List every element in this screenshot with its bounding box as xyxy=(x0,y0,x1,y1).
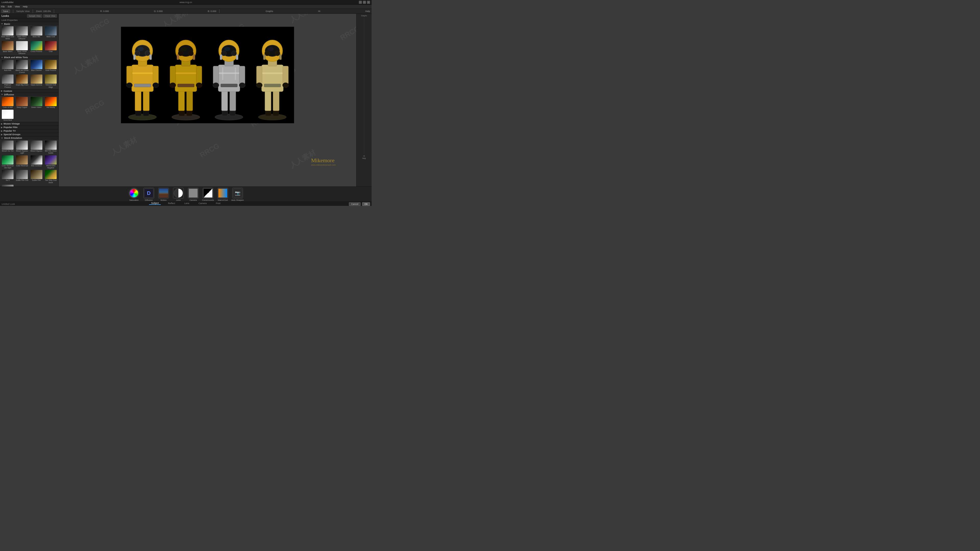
tab-lens[interactable]: Lens xyxy=(182,202,191,205)
category-popular-film[interactable]: ▶ Popular Film xyxy=(0,125,59,129)
tab-post[interactable]: Post xyxy=(214,202,223,205)
category-stock[interactable]: ▼ Stock Emulation xyxy=(0,136,59,140)
menu-help[interactable]: Help xyxy=(23,5,27,8)
list-item[interactable]: Color of Hell xyxy=(1,97,14,109)
thumb-label: Basic Black and White xyxy=(1,36,14,40)
list-item[interactable]: BW Film Stock Subtle xyxy=(44,140,58,155)
category-basic[interactable]: ▼ Basic xyxy=(0,22,59,25)
ok-button[interactable]: OK xyxy=(362,202,370,206)
list-item[interactable]: Sepia Gamma xyxy=(30,74,43,89)
motion-tool[interactable]: Motion xyxy=(157,188,170,201)
graphs-label[interactable]: Graphs xyxy=(266,10,273,13)
category-diffusion[interactable]: ▼ Diffusion xyxy=(0,93,59,96)
list-item[interactable]: Bleach Bypass xyxy=(30,140,43,155)
svg-rect-9 xyxy=(153,66,159,84)
list-item[interactable]: Snow Beat xyxy=(1,110,14,121)
menu-edit[interactable]: Edit xyxy=(8,5,12,8)
curve-tool[interactable]: Curve/Levels xyxy=(202,188,215,201)
list-item[interactable]: Color Reversal xyxy=(15,155,29,169)
sample-view-button[interactable]: Sample View xyxy=(27,14,42,17)
lens-tool[interactable]: Lens xyxy=(172,188,185,201)
thumb-bleach-light xyxy=(16,141,28,150)
menu-file[interactable]: File xyxy=(1,5,5,8)
list-item[interactable]: Bleach Bypass Light xyxy=(15,140,29,155)
curve-icon-wrap xyxy=(203,188,213,198)
saturation-tool[interactable]: Saturation xyxy=(127,188,140,201)
list-item[interactable]: Green Vision xyxy=(30,97,43,109)
tab-reflect[interactable]: Reflect xyxy=(166,202,177,205)
list-item[interactable]: Hot Modify xyxy=(44,97,58,109)
tab-camera[interactable]: Camera xyxy=(197,202,209,205)
maximize-button[interactable]: □ xyxy=(363,1,366,4)
warm-cool-tool[interactable]: Warm/Cool xyxy=(216,188,229,201)
cancel-button[interactable]: Cancel xyxy=(349,202,361,206)
svg-point-10 xyxy=(126,83,132,88)
category-popular-tv[interactable]: ▶ Popular TV xyxy=(0,129,59,133)
category-special[interactable]: ▶ Special Groups xyxy=(0,133,59,136)
list-item[interactable]: Gold Process xyxy=(44,60,58,74)
character-figure-2 xyxy=(166,29,206,121)
list-item[interactable]: Two Strip Cool Stock xyxy=(44,170,58,184)
warm-cool-icon-wrap xyxy=(218,188,228,198)
help-label[interactable]: Help xyxy=(365,10,370,13)
save-button[interactable]: Save xyxy=(2,10,10,13)
list-item[interactable]: Cross Process xyxy=(30,41,43,55)
thumb-subtle-film xyxy=(30,170,42,179)
svg-rect-44 xyxy=(230,90,236,111)
menu-view[interactable]: View xyxy=(15,5,20,8)
svg-rect-4 xyxy=(143,90,149,111)
tab-subject[interactable]: Subject xyxy=(149,202,161,205)
list-item[interactable]: Auto Arts xyxy=(1,60,14,74)
watermark: 人人素材 xyxy=(71,53,100,76)
right-panel-help[interactable]: Hi xyxy=(363,155,365,157)
list-item[interactable]: Black and White Crunch xyxy=(15,60,29,74)
thumb-label: Yellowed Soft Edge xyxy=(44,84,57,88)
thumb-color-rev xyxy=(16,156,28,165)
list-item[interactable]: Char xyxy=(44,41,58,55)
thumb-basic-warm xyxy=(2,41,14,50)
thumb-label: Sepia Big Grain xyxy=(16,84,28,86)
svg-rect-6 xyxy=(134,84,151,87)
diffusion-label: Diffusion xyxy=(145,199,153,201)
close-button[interactable]: × xyxy=(367,1,370,4)
camera-tool[interactable]: Camera xyxy=(187,188,200,201)
list-item[interactable]: Deep Copper xyxy=(15,97,29,109)
list-item[interactable]: Basic Warm xyxy=(1,41,14,55)
list-item[interactable]: Mono Black #1 xyxy=(1,184,14,186)
thumb-label: Char xyxy=(49,51,52,52)
thumb-label: Basic White Diffusion xyxy=(15,51,29,55)
category-custom[interactable]: ▶ Custom xyxy=(0,89,59,93)
auto-sharpen-tool[interactable]: 📷 Auto Sharpen xyxy=(231,188,244,201)
thumb-label: Platinum Process xyxy=(1,84,14,88)
diffusion-icon: D xyxy=(143,188,154,198)
list-item[interactable]: Basic Mix xyxy=(30,26,43,40)
list-item[interactable]: Basic Black Diffusion xyxy=(15,26,29,40)
right-panel-graphs: Graphs xyxy=(361,15,367,17)
check-view-button[interactable]: Check View xyxy=(43,14,57,17)
thumb-color-hell xyxy=(2,97,14,106)
list-item[interactable]: Color Reversal Old Style xyxy=(1,155,14,169)
category-museo[interactable]: ▶ Museo Vintage xyxy=(0,122,59,125)
list-item[interactable]: Basic White Diffusion xyxy=(15,41,29,55)
category-bw-tints[interactable]: ▼ Black and White Tints xyxy=(0,56,59,59)
list-item[interactable]: Mishandled Negative xyxy=(44,155,58,169)
list-item[interactable]: No 5 xyxy=(1,170,14,184)
list-item[interactable]: Sepia Big Grain xyxy=(15,74,29,89)
minimize-button[interactable]: − xyxy=(359,1,362,4)
diffusion-tool[interactable]: D Diffusion xyxy=(142,188,155,201)
list-item[interactable]: Platinum Process xyxy=(1,74,14,89)
list-item[interactable]: Yellowed Soft Edge xyxy=(44,74,58,89)
bw-tints-grid: Auto Arts Black and White Crunch Blue Ch… xyxy=(0,59,59,89)
svg-point-11 xyxy=(153,83,159,88)
list-item[interactable]: Subtle Film Soft xyxy=(15,170,29,184)
svg-rect-27 xyxy=(175,73,197,74)
looks-header: Looks Sample View Check View xyxy=(0,14,59,18)
list-item[interactable]: Subtle Film xyxy=(30,170,43,184)
coord-b: B: 0.000 xyxy=(208,10,216,13)
list-item[interactable]: Basic Cool xyxy=(44,26,58,40)
list-item[interactable]: Blue Chrome xyxy=(30,60,43,74)
thumb-label: Bleach Bypass Light xyxy=(15,150,29,154)
list-item[interactable]: Bleach No Tint xyxy=(1,140,14,155)
list-item[interactable]: Max Contrast xyxy=(30,155,43,169)
list-item[interactable]: Basic Black and White xyxy=(1,26,14,40)
